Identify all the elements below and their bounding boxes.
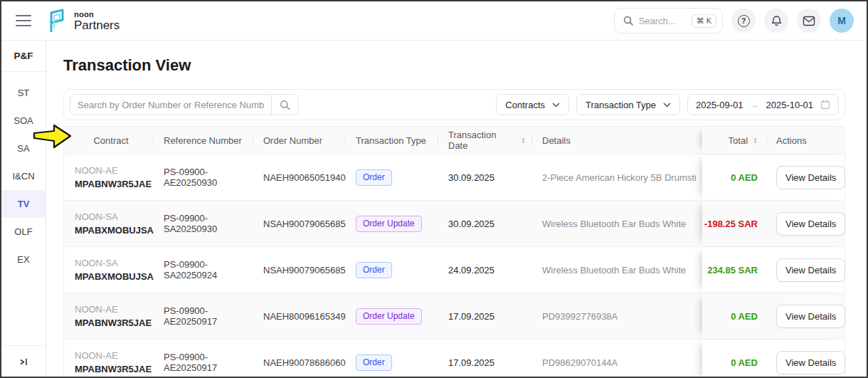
total-amount: 234.85 SAR [707, 265, 758, 275]
contract-marketplace: NOON-AE [75, 165, 118, 176]
transaction-date-cell: 30.09.2025 [438, 154, 531, 200]
contract-cell: NOON-AE MPABNW3R5JAE [64, 154, 153, 200]
order-number-cell: NAEH90065051940 [253, 154, 345, 200]
column-header-transaction-date[interactable]: Transaction Date ▲▼ [438, 127, 531, 154]
noon-partners-logo[interactable]: noon Partners [46, 7, 120, 34]
table-search [70, 94, 299, 115]
order-number-cell: NSAH90079065685 [253, 201, 345, 246]
transaction-type-cell: Order Update [345, 293, 438, 339]
contracts-dropdown-label: Contracts [505, 100, 545, 110]
user-avatar[interactable]: M [830, 9, 854, 33]
table-search-input[interactable] [70, 95, 271, 115]
filter-bar: Contracts Transaction Type 2025-09-01 → … [63, 89, 845, 120]
collapse-sidebar-button[interactable] [1, 345, 46, 378]
column-header-reference-number: Reference Number [153, 127, 253, 154]
transaction-type-badge: Order Update [356, 308, 422, 325]
details-cell: PD98629070144A [531, 340, 702, 378]
view-details-button[interactable]: View Details [776, 258, 845, 282]
column-header-details: Details [531, 127, 702, 154]
notifications-button[interactable] [764, 9, 788, 33]
hamburger-menu-icon[interactable] [16, 15, 31, 26]
transaction-type-dropdown-label: Transaction Type [586, 100, 656, 110]
actions-cell: View Details [766, 201, 845, 246]
contract-marketplace: NOON-SA [75, 211, 118, 222]
total-amount: 0 AED [731, 311, 758, 322]
sidebar-item-olf[interactable]: OLF [1, 218, 46, 246]
global-search-placeholder: Search... [639, 16, 676, 26]
contract-cell: NOON-AE MPABNW3R5JAE [64, 293, 153, 339]
table-row: NOON-AE MPABNW3R5JAE PS-09900-AE20250917… [64, 339, 845, 378]
top-bar: noon Partners Search... ⌘ K ? [1, 1, 867, 41]
sort-icon[interactable]: ▲▼ [521, 137, 526, 144]
contract-cell: NOON-AE MPABNW3R5JAE [64, 340, 153, 378]
transaction-date-cell: 30.09.2025 [438, 201, 531, 246]
order-number-cell: NSAH90079065685 [253, 247, 345, 293]
transaction-date-cell: 24.09.2025 [438, 247, 531, 293]
table-row: NOON-SA MPABXMOBUJSA PS-09900-SA20250924… [64, 246, 845, 293]
transactions-table: Contract Reference Number Order Number T… [63, 126, 845, 378]
column-header-contract: Contract [64, 127, 153, 154]
sidebar: P&F ST SOA SA I&CN TV OLF EX [1, 41, 46, 378]
sidebar-item-st[interactable]: ST [1, 79, 46, 107]
bell-icon [771, 15, 783, 27]
total-amount: 0 AED [731, 172, 758, 183]
sidebar-item-ex[interactable]: EX [1, 246, 46, 273]
page-title: Transaction View [63, 56, 845, 75]
date-from-value: 2025-09-01 [696, 100, 743, 110]
cmd-key-icon: ⌘ [697, 16, 704, 26]
order-number-cell: NAEH90078686060 [253, 340, 345, 378]
actions-cell: View Details [766, 293, 845, 339]
transaction-type-badge: Order [356, 169, 392, 186]
table-body: NOON-AE MPABNW3R5JAE PS-09900-AE20250930… [64, 154, 845, 378]
reference-number-cell: PS-09900-SA20250930 [153, 201, 253, 246]
table-search-button[interactable] [271, 95, 298, 115]
date-range-arrow-icon: → [751, 100, 759, 110]
search-icon [280, 100, 290, 110]
sidebar-item-icn[interactable]: I&CN [1, 162, 46, 190]
app-window: noon Partners Search... ⌘ K ? [0, 0, 868, 378]
logo-noon-label: noon [74, 11, 120, 19]
total-cell: 0 AED [702, 293, 766, 339]
contract-code: MPABNW3R5JAE [75, 317, 152, 328]
contract-marketplace: NOON-AE [75, 350, 118, 361]
details-cell: Wireless Bluetooth Ear Buds White [531, 247, 702, 293]
view-details-button[interactable]: View Details [776, 212, 845, 236]
chevron-down-icon [663, 103, 671, 107]
view-details-button[interactable]: View Details [776, 351, 845, 374]
main-content: Transaction View Contracts [46, 41, 867, 378]
date-range-picker[interactable]: 2025-09-01 → 2025-10-01 [687, 94, 839, 115]
column-header-total[interactable]: Total ▲▼ [702, 127, 766, 154]
calendar-icon [820, 100, 830, 110]
view-details-button[interactable]: View Details [776, 305, 845, 328]
column-header-actions: Actions [766, 127, 845, 154]
sidebar-item-tv[interactable]: TV [1, 190, 46, 218]
contracts-dropdown[interactable]: Contracts [496, 94, 569, 115]
total-amount: 0 AED [731, 357, 758, 368]
messages-button[interactable] [797, 9, 821, 33]
reference-number-cell: PS-09900-AE20250930 [153, 154, 253, 200]
column-header-order-number: Order Number [253, 127, 345, 154]
search-shortcut-badge: ⌘ K [692, 14, 716, 28]
transaction-type-cell: Order [345, 247, 438, 293]
actions-cell: View Details [766, 247, 845, 293]
help-button[interactable]: ? [731, 9, 756, 33]
reference-number-cell: PS-09900-AE20250917 [153, 293, 253, 339]
search-icon [623, 16, 633, 26]
contract-marketplace: NOON-SA [75, 258, 118, 268]
details-cell: 2-Piece American Hickory 5B Drumstic [531, 154, 702, 200]
logo-text: noon Partners [74, 11, 120, 31]
total-cell: 0 AED [702, 340, 766, 378]
global-search-input[interactable]: Search... ⌘ K [614, 8, 723, 33]
contract-code: MPABXMOBUJSA [75, 271, 154, 282]
sidebar-item-pf[interactable]: P&F [1, 41, 46, 72]
table-row: NOON-AE MPABNW3R5JAE PS-09900-AE20250917… [64, 293, 845, 339]
order-number-cell: NAEH80096165349 [253, 293, 345, 339]
contract-code: MPABNW3R5JAE [75, 179, 152, 189]
details-cell: PD93992776938A [531, 293, 702, 339]
transaction-type-dropdown[interactable]: Transaction Type [576, 94, 680, 115]
column-header-transaction-type: Transaction Type [345, 127, 438, 154]
view-details-button[interactable]: View Details [776, 166, 845, 189]
reference-number-cell: PS-09900-AE20250917 [153, 340, 253, 378]
k-key-label: K [706, 16, 711, 25]
sort-icon[interactable]: ▲▼ [753, 137, 758, 144]
